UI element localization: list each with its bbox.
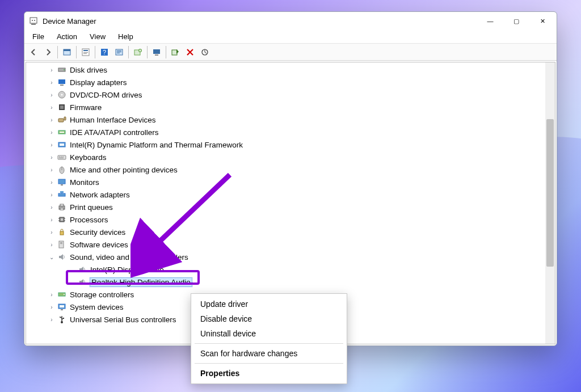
svg-text:?: ?: [103, 49, 106, 56]
tree-category[interactable]: ›Security devices: [27, 226, 545, 238]
svg-rect-49: [60, 204, 64, 206]
svg-rect-43: [58, 179, 65, 184]
chevron-icon[interactable]: ›: [48, 192, 56, 198]
speaker-icon: [77, 277, 87, 286]
menu-help[interactable]: Help: [112, 31, 139, 42]
tree-label: System devices: [69, 303, 124, 311]
tree-label: Monitors: [69, 178, 100, 187]
svg-rect-35: [60, 144, 64, 146]
context-menu-item[interactable]: Update driver: [191, 297, 347, 311]
tree-category[interactable]: ⌄Sound, video and game controllers: [27, 251, 545, 263]
titlebar[interactable]: Device Manager — ▢ ✕: [24, 12, 557, 30]
tree-label: Mice and other pointing devices: [69, 166, 178, 174]
menu-action[interactable]: Action: [51, 31, 83, 42]
context-menu-item[interactable]: Properties: [191, 366, 347, 381]
tree-label: Security devices: [69, 228, 126, 237]
svg-point-27: [61, 94, 63, 96]
chevron-icon[interactable]: ›: [48, 142, 56, 148]
system-icon: [57, 302, 67, 311]
svg-rect-36: [58, 155, 66, 159]
tree-label: Universal Serial Bus controllers: [69, 315, 177, 324]
chevron-icon[interactable]: ⌄: [48, 254, 56, 260]
tree-category[interactable]: ›Monitors: [27, 176, 545, 188]
svg-rect-39: [62, 157, 64, 157]
tree-category[interactable]: ›Processors: [27, 213, 545, 226]
chevron-icon[interactable]: ›: [48, 129, 56, 136]
intel-icon: [57, 140, 67, 149]
chevron-icon[interactable]: ›: [48, 154, 56, 161]
menu-file[interactable]: File: [27, 31, 50, 42]
chevron-icon[interactable]: ›: [48, 104, 56, 111]
maximize-button[interactable]: ▢: [503, 12, 529, 30]
menu-view[interactable]: View: [84, 31, 111, 42]
enable-device-icon[interactable]: [169, 45, 182, 59]
tree-category[interactable]: ›IDE ATA/ATAPI controllers: [27, 126, 545, 138]
svg-rect-14: [117, 52, 121, 52]
svg-rect-57: [60, 231, 64, 235]
scan-hardware-icon[interactable]: [198, 45, 212, 59]
tree-category[interactable]: ›Disk drives: [27, 64, 545, 76]
ide-icon: [57, 128, 67, 137]
cpu-icon: [57, 215, 67, 224]
chevron-icon[interactable]: ›: [48, 217, 56, 223]
menubar: File Action View Help: [24, 30, 557, 44]
help-icon[interactable]: ?: [98, 45, 111, 59]
back-button[interactable]: [27, 45, 40, 59]
chevron-icon[interactable]: ›: [48, 92, 56, 98]
update-driver-icon[interactable]: [112, 45, 126, 59]
tree-label: IDE ATA/ATAPI controllers: [69, 128, 159, 137]
chevron-icon[interactable]: ›: [48, 304, 56, 310]
chevron-icon[interactable]: ›: [48, 179, 56, 186]
add-hardware-icon[interactable]: [131, 45, 145, 59]
monitor-icon[interactable]: [150, 45, 163, 59]
tree-category[interactable]: ›Print queues: [27, 201, 545, 213]
chevron-icon[interactable]: ›: [48, 67, 56, 73]
chevron-icon[interactable]: ›: [48, 292, 56, 298]
tree-category[interactable]: ›Keyboards: [27, 151, 545, 163]
tree-category[interactable]: ›Display adapters: [27, 76, 545, 88]
tree-category[interactable]: ›Mice and other pointing devices: [27, 163, 545, 176]
tree-category[interactable]: ›Network adapters: [27, 188, 545, 201]
toolbar-separator: [76, 46, 77, 58]
disable-device-icon[interactable]: [183, 45, 197, 59]
vertical-scrollbar[interactable]: [545, 62, 555, 344]
chevron-icon[interactable]: ›: [48, 117, 56, 123]
svg-rect-40: [59, 158, 64, 158]
context-menu-item[interactable]: Uninstall device: [191, 326, 347, 341]
tree-category[interactable]: ›Human Interface Devices: [27, 113, 545, 126]
svg-rect-24: [58, 79, 65, 84]
show-hidden-icon[interactable]: [60, 45, 74, 59]
menu-separator: [195, 363, 343, 364]
context-menu-item[interactable]: Disable device: [191, 311, 347, 326]
context-menu-item[interactable]: Scan for hardware changes: [191, 346, 347, 361]
app-icon: [29, 16, 38, 26]
tree-category[interactable]: ›Software devices: [27, 238, 545, 251]
chevron-icon[interactable]: ›: [48, 204, 56, 210]
svg-rect-9: [83, 53, 87, 54]
tree-label: Storage controllers: [69, 290, 134, 299]
tree-label: Human Interface Devices: [69, 116, 157, 124]
scrollbar-thumb[interactable]: [546, 119, 554, 267]
tree-device[interactable]: Intel(R) Display Audio: [27, 263, 545, 276]
properties-icon[interactable]: [79, 45, 92, 59]
tree-category[interactable]: ›Intel(R) Dynamic Platform and Thermal F…: [27, 138, 545, 151]
forward-button[interactable]: [41, 45, 55, 59]
chevron-icon[interactable]: ›: [48, 229, 56, 235]
tree-category[interactable]: ›DVD/CD-ROM drives: [27, 88, 545, 101]
tree-device[interactable]: Realtek High Definition Audio: [27, 276, 545, 288]
chevron-icon[interactable]: ›: [48, 79, 56, 86]
chevron-icon[interactable]: ›: [48, 242, 56, 248]
sound-icon: [57, 252, 67, 262]
svg-rect-58: [59, 241, 64, 248]
svg-rect-30: [58, 119, 64, 122]
chevron-icon[interactable]: ›: [48, 167, 56, 173]
tree-category[interactable]: ›Firmware: [27, 101, 545, 113]
minimize-button[interactable]: —: [477, 12, 503, 30]
svg-rect-19: [155, 54, 158, 56]
network-icon: [57, 190, 67, 199]
toolbar: ?: [24, 44, 557, 61]
chevron-icon[interactable]: ›: [48, 317, 56, 323]
close-button[interactable]: ✕: [529, 12, 555, 30]
svg-point-23: [64, 69, 65, 70]
tree-label: Software devices: [69, 241, 129, 249]
